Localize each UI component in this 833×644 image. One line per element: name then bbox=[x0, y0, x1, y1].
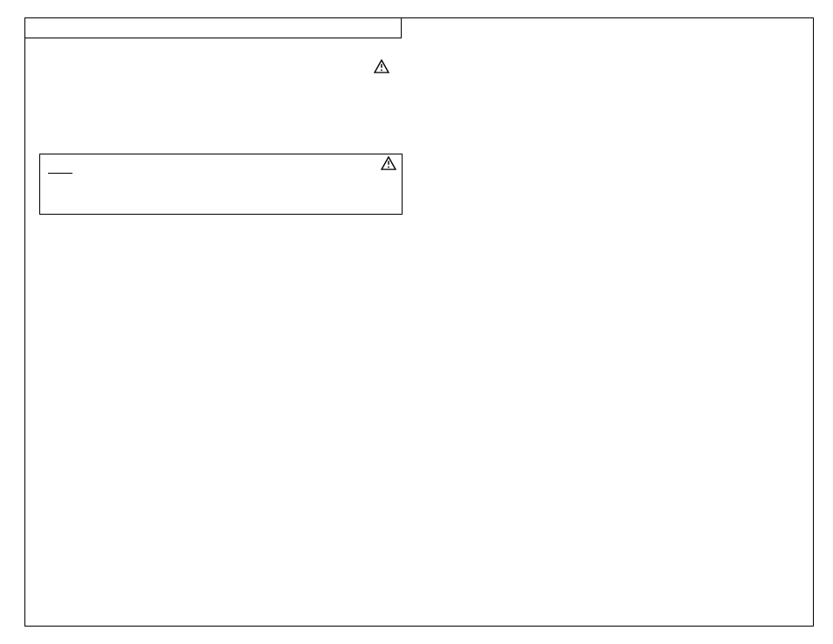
warning-icon bbox=[381, 156, 396, 170]
warning-icon bbox=[374, 59, 389, 73]
note-box bbox=[39, 154, 403, 215]
title-bar bbox=[24, 17, 402, 38]
svg-point-5 bbox=[388, 167, 389, 168]
document-page bbox=[0, 0, 833, 644]
svg-point-2 bbox=[381, 70, 382, 72]
note-underline bbox=[48, 173, 72, 174]
page-frame bbox=[24, 17, 814, 627]
